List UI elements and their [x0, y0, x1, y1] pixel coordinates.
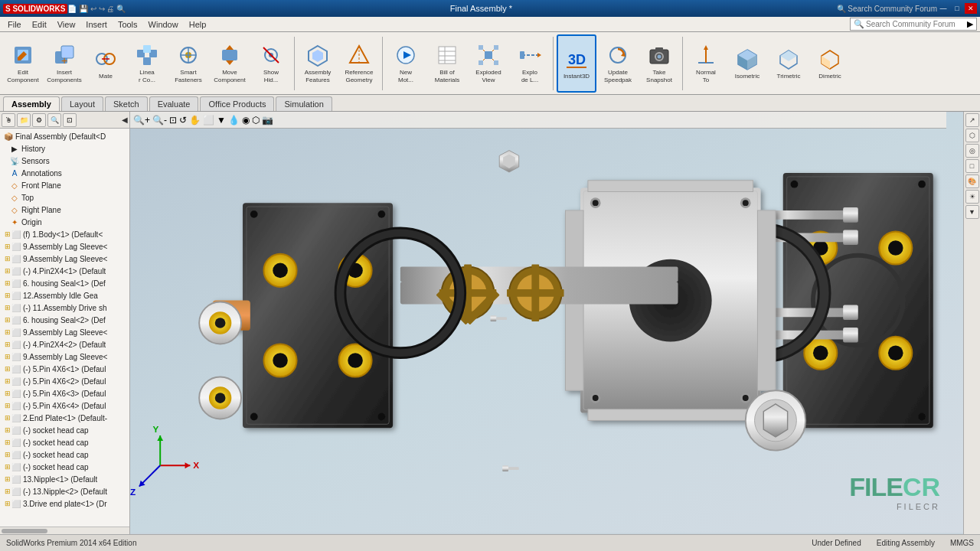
tree-front-plane[interactable]: ◇ Front Plane	[0, 179, 129, 191]
view-filter-button[interactable]: ▼	[965, 205, 979, 219]
tab-office-products[interactable]: Office Products	[200, 96, 274, 111]
minimize-button[interactable]: —	[937, 3, 949, 14]
tree-sensors[interactable]: 📡 Sensors	[0, 155, 129, 167]
take-snapshot-button[interactable]: TakeSnapshot	[639, 34, 679, 93]
view-settings-button[interactable]: ⬡	[965, 129, 979, 142]
camera-button[interactable]: 📷	[262, 115, 273, 126]
dimetric-button[interactable]: Dimetric	[810, 34, 850, 93]
tree-lag-sleeve3[interactable]: ⊞ ⬜ 9.Assembly Lag Sleeve<	[0, 326, 129, 338]
tree-socket-cap2[interactable]: ⊞ ⬜ (-) socket head cap	[0, 436, 129, 448]
3d-viewport[interactable]: 🔍+ 🔍- ⊡ ↺ ✋ ⬜ ▼ 💧 ◉ ⬡ 📷	[130, 112, 963, 534]
tree-origin[interactable]: ✦ Origin	[0, 216, 129, 228]
tree-lag-sleeve4[interactable]: ⊞ ⬜ 9.Assembly Lag Sleeve<	[0, 350, 129, 363]
panel-search-button[interactable]: 🔍	[47, 113, 61, 127]
scene-button[interactable]: ☀	[965, 190, 979, 204]
hide-show-mini-button[interactable]: □	[965, 159, 979, 173]
zoom-out-button[interactable]: 🔍-	[152, 115, 167, 126]
tab-evaluate[interactable]: Evaluate	[149, 96, 199, 111]
display-style[interactable]: 💧	[228, 115, 240, 126]
tree-socket-cap4[interactable]: ⊞ ⬜ (-) socket head cap	[0, 461, 129, 473]
tree-nipple2[interactable]: ⊞ ⬜ (-) 13.Nipple<2> (Default	[0, 485, 129, 497]
community-search-box[interactable]: 🔍 ▶	[850, 18, 977, 31]
menu-edit[interactable]: Edit	[28, 18, 51, 31]
tree-pin4x4-2[interactable]: ⊞ ⬜ (-) 4.Pin2X4<2> (Default	[0, 338, 129, 350]
tree-pin4x4-1[interactable]: ⊞ ⬜ (-) 4.Pin2X4<1> (Default	[0, 265, 129, 277]
explode-line-button[interactable]: Explode L...	[510, 34, 550, 93]
mate-button[interactable]: Mate	[86, 34, 126, 93]
tree-socket-cap3[interactable]: ⊞ ⬜ (-) socket head cap	[0, 448, 129, 461]
panel-properties-button[interactable]: ⚙	[32, 113, 46, 127]
hide-show-button[interactable]: ◉	[242, 115, 250, 126]
smart-fasteners-button[interactable]: SmartFasteners	[168, 34, 208, 93]
linear-component-button[interactable]: Linear Co...	[127, 34, 167, 93]
close-button[interactable]: ✕	[965, 3, 977, 14]
panel-folder-button[interactable]: 📁	[17, 113, 31, 127]
tree-pin5-4x6-2[interactable]: ⊞ ⬜ (-) 5.Pin 4X6<2> (Defaul	[0, 375, 129, 387]
show-hide-button[interactable]: ShowHid...	[251, 34, 291, 93]
tree-pin5-4x6-4[interactable]: ⊞ ⬜ (-) 5.Pin 4X6<4> (Defaul	[0, 399, 129, 412]
exploded-view-button[interactable]: ExplodedView	[469, 34, 508, 93]
edit-component-button[interactable]: EditComponent	[3, 34, 43, 93]
tab-sketch[interactable]: Sketch	[105, 96, 148, 111]
section-view[interactable]: ⬡	[252, 115, 260, 126]
tree-pin5-4x6-1[interactable]: ⊞ ⬜ (-) 5.Pin 4X6<1> (Defaul	[0, 363, 129, 375]
tree-end-plate1[interactable]: ⊞ ⬜ 2.End Plate<1> (Default-	[0, 412, 129, 424]
rotate-button[interactable]: ↺	[179, 115, 187, 126]
tab-simulation[interactable]: Simulation	[276, 96, 332, 111]
panel-collapse-button[interactable]: ◀	[122, 116, 128, 124]
tree-top-plane[interactable]: ◇ Top	[0, 191, 129, 204]
tree-hscrollbar[interactable]	[0, 527, 129, 534]
appearance-button[interactable]: 🎨	[965, 174, 979, 188]
nipple1-label: 13.Nipple<1> (Default	[23, 475, 97, 484]
pan-button[interactable]: ✋	[189, 115, 201, 126]
display-button[interactable]: ◎	[965, 144, 979, 158]
panel-home-button[interactable]: 🖱	[2, 113, 15, 127]
menu-window[interactable]: Window	[144, 18, 183, 31]
reference-geometry-button[interactable]: ReferenceGeometry	[339, 34, 379, 93]
maximize-button[interactable]: □	[951, 3, 963, 14]
instant3d-button[interactable]: 3D Instant3D	[557, 34, 596, 93]
panel-mates-button[interactable]: ⊡	[63, 113, 77, 127]
zoom-in-button[interactable]: 🔍+	[133, 115, 150, 126]
isometric-button[interactable]: Isometric	[727, 34, 767, 93]
tree-housing-seal1[interactable]: ⊞ ⬜ 6. housing Seal<1> (Def	[0, 277, 129, 289]
move-component-button[interactable]: MoveComponent	[210, 34, 250, 93]
tree-right-plane[interactable]: ◇ Right Plane	[0, 204, 129, 216]
assembly-features-button[interactable]: AssemblyFeatures	[298, 34, 338, 93]
new-motion-button[interactable]: NewMot...	[386, 34, 426, 93]
tree-annotations[interactable]: A Annotations	[0, 167, 129, 179]
tree-drive-end-plate[interactable]: ⊞ ⬜ 3.Drive end plate<1> (Dr	[0, 497, 129, 510]
tree-body1[interactable]: ⊞ ⬜ (f) 1.Body<1> (Default<	[0, 228, 129, 240]
tree-drive-shaft[interactable]: ⊞ ⬜ (-) 11.Assembly Drive sh	[0, 302, 129, 314]
update-speedpak-button[interactable]: UpdateSpeedpak	[598, 34, 638, 93]
search-submit-icon[interactable]: ▶	[967, 19, 973, 29]
tree-root-item[interactable]: 📦 Final Assembly (Default<D	[0, 130, 129, 142]
menu-view[interactable]: View	[53, 18, 80, 31]
view-selector[interactable]: ▼	[217, 115, 226, 126]
insert-components-button[interactable]: + InsertComponents	[44, 34, 84, 93]
community-search-input[interactable]	[866, 20, 965, 28]
tree-lag-sleeve2[interactable]: ⊞ ⬜ 9.Assembly Lag Sleeve<	[0, 253, 129, 265]
normal-to-button[interactable]: NormalTo	[686, 34, 726, 93]
tree-lag-sleeve1[interactable]: ⊞ ⬜ 9.Assembly Lag Sleeve<	[0, 240, 129, 253]
menu-insert[interactable]: Insert	[81, 18, 112, 31]
tree-socket-cap1[interactable]: ⊞ ⬜ (-) socket head cap	[0, 424, 129, 436]
tree-history[interactable]: ▶ History	[0, 142, 129, 155]
menu-help[interactable]: Help	[185, 18, 211, 31]
tree-pin5-4x6-3[interactable]: ⊞ ⬜ (-) 5.Pin 4X6<3> (Defaul	[0, 387, 129, 399]
tree-nipple1[interactable]: ⊞ ⬜ 13.Nipple<1> (Default	[0, 473, 129, 485]
zoom-box-button[interactable]: ⬜	[203, 115, 214, 126]
menu-tools[interactable]: Tools	[113, 18, 142, 31]
tab-layout[interactable]: Layout	[61, 96, 103, 111]
tree-hscroll-thumb[interactable]	[2, 529, 47, 533]
tab-assembly[interactable]: Assembly	[3, 96, 60, 111]
trimetric-button[interactable]: Trimetric	[769, 34, 808, 93]
search-community[interactable]: 🔍 Search Community Forum	[837, 5, 937, 13]
tree-idle-gear[interactable]: ⊞ ⬜ 12.Assembly Idle Gea	[0, 289, 129, 302]
tree-housing-seal2[interactable]: ⊞ ⬜ 6. housing Seal<2> (Def	[0, 314, 129, 326]
zoom-fit-button[interactable]: ⊡	[169, 115, 177, 126]
view-orient-button[interactable]: ↗	[965, 113, 979, 127]
menu-file[interactable]: File	[3, 18, 26, 31]
svg-rect-86	[843, 305, 858, 320]
bill-materials-button[interactable]: Bill ofMaterials	[427, 34, 467, 93]
